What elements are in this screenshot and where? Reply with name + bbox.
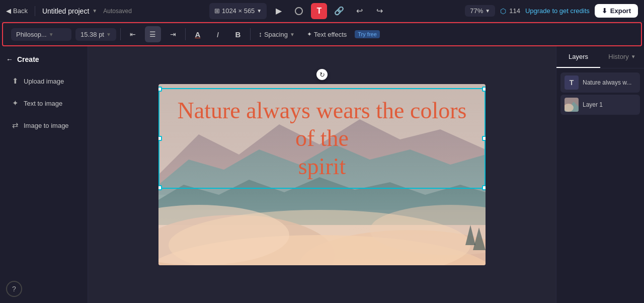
bold-icon: B xyxy=(235,30,240,39)
right-panel: Layers History ▼ T Nature always w... xyxy=(556,46,644,303)
rotate-icon: ↻ xyxy=(319,71,325,79)
sidebar-item-upload-image[interactable]: ⬆ Upload image xyxy=(6,71,82,91)
text-effects-icon: ✦ xyxy=(307,31,312,38)
canvas-area[interactable]: ↻ xyxy=(88,46,556,303)
layers-tab-label: Layers xyxy=(569,53,588,60)
resize-handle-middle-left[interactable] xyxy=(158,136,162,141)
pointer-tool-button[interactable]: ▶ xyxy=(271,3,287,19)
right-panel-header: Layers History ▼ xyxy=(556,46,644,68)
text-color-a-label: A xyxy=(195,30,200,39)
toolbar-sep-1 xyxy=(120,28,121,40)
text-effects-button[interactable]: ✦ Text effects xyxy=(303,29,351,40)
text-tool-icon: T xyxy=(316,7,321,16)
layer-item-text[interactable]: T Nature always w... xyxy=(560,72,640,93)
back-button[interactable]: ◀ Back xyxy=(6,7,28,15)
title-chevron-icon[interactable]: ▼ xyxy=(92,8,97,14)
upload-image-label: Upload image xyxy=(24,78,64,85)
text-tool-button[interactable]: T xyxy=(311,3,327,19)
canvas-size-label: 1024 × 565 xyxy=(222,7,255,15)
tab-layers[interactable]: Layers xyxy=(556,46,600,68)
canvas-icon: ⊞ xyxy=(214,7,220,15)
upgrade-button[interactable]: Upgrade to get credits xyxy=(525,7,590,15)
bold-button[interactable]: B xyxy=(230,26,246,42)
spacing-button[interactable]: ↕ Spacing ▼ xyxy=(255,28,299,40)
font-size-chevron-icon: ▼ xyxy=(106,32,111,37)
undo-button[interactable]: ↩ xyxy=(351,3,367,19)
text-to-image-label: Text to image xyxy=(24,100,62,107)
resize-handle-middle-right[interactable] xyxy=(482,136,486,141)
canvas-size-chevron: ▼ xyxy=(257,8,262,14)
text-color-button[interactable]: A xyxy=(190,26,206,42)
spacing-label: Spacing xyxy=(264,31,288,38)
spacing-icon: ↕ xyxy=(259,30,262,38)
align-center-button[interactable]: ☰ xyxy=(145,26,161,42)
layer-text-name: Nature always w... xyxy=(583,79,631,86)
text-effects-label: Text effects xyxy=(314,31,347,38)
autosave-status: Autosaved xyxy=(103,8,132,15)
history-tab-label: History xyxy=(608,53,628,60)
canvas-wrapper: ↻ xyxy=(158,84,486,265)
sidebar: ← Create ⬆ Upload image ✦ Text to image … xyxy=(0,46,88,303)
toolbar-sep-2 xyxy=(185,28,186,40)
help-button[interactable]: ? xyxy=(6,281,22,297)
project-title[interactable]: Untitled project xyxy=(42,7,89,15)
image-to-image-label: Image to image xyxy=(24,122,69,129)
canvas-text-line2: spirit xyxy=(298,154,346,179)
pointer-icon: ▶ xyxy=(276,6,282,16)
link-tool-button[interactable]: 🔗 xyxy=(331,3,347,19)
italic-icon: I xyxy=(217,30,219,39)
resize-handle-top-right[interactable] xyxy=(482,87,486,92)
back-arrow-icon: ◀ xyxy=(6,7,11,15)
download-icon: ⬇ xyxy=(602,7,607,15)
canvas-image: Nature always wears the colors of the sp… xyxy=(158,84,486,265)
canvas-size-button[interactable]: ⊞ 1024 × 565 ▼ xyxy=(209,3,267,19)
credits-area: ⬡ 114 xyxy=(500,7,520,15)
toolbar-sep-3 xyxy=(250,28,251,40)
project-title-area: Untitled project ▼ Autosaved xyxy=(42,7,132,15)
credits-count: 114 xyxy=(509,7,520,15)
layers-list: T Nature always w... Layer 1 xyxy=(556,68,644,119)
try-free-badge[interactable]: Try free xyxy=(355,30,380,38)
sidebar-create-label: Create xyxy=(17,55,39,63)
upload-icon: ⬆ xyxy=(12,77,19,86)
sidebar-header: ← Create xyxy=(6,52,82,68)
redo-button[interactable]: ↪ xyxy=(371,3,387,19)
spacing-chevron-icon: ▼ xyxy=(290,32,295,37)
create-arrow-icon: ← xyxy=(6,55,13,63)
image-to-image-icon: ⇄ xyxy=(12,121,19,130)
back-label: Back xyxy=(13,7,28,15)
resize-handle-bottom-right[interactable] xyxy=(482,185,486,190)
zoom-chevron-icon: ▼ xyxy=(485,8,490,14)
nav-center-tools: ⊞ 1024 × 565 ▼ ▶ T 🔗 ↩ ↪ xyxy=(137,3,460,19)
zoom-level: 77% xyxy=(470,7,483,15)
resize-handle-bottom-left[interactable] xyxy=(158,185,162,190)
try-free-label: Try free xyxy=(358,31,377,37)
align-left-button[interactable]: ⇤ xyxy=(125,26,141,42)
rotate-handle[interactable]: ↻ xyxy=(316,69,328,80)
export-label: Export xyxy=(610,7,631,15)
font-size-value: 15.38 pt xyxy=(80,31,104,38)
link-icon: 🔗 xyxy=(334,6,344,16)
font-size-control[interactable]: 15.38 pt ▼ xyxy=(75,28,116,41)
align-left-icon: ⇤ xyxy=(130,30,136,38)
resize-handle-top-left[interactable] xyxy=(158,87,162,92)
layer-text-icon: T xyxy=(565,75,579,90)
align-right-icon: ⇥ xyxy=(170,30,176,38)
sidebar-item-image-to-image[interactable]: ⇄ Image to image xyxy=(6,116,82,135)
zoom-control[interactable]: 77% ▼ xyxy=(465,5,495,17)
tab-history[interactable]: History ▼ xyxy=(600,46,644,68)
shape-tool-button[interactable] xyxy=(291,3,307,19)
text-to-image-icon: ✦ xyxy=(12,99,19,108)
help-icon: ? xyxy=(12,285,16,293)
undo-icon: ↩ xyxy=(356,6,363,16)
text-overlay-box[interactable]: Nature always wears the colors of the sp… xyxy=(158,88,486,189)
align-right-button[interactable]: ⇥ xyxy=(165,26,181,42)
export-button[interactable]: ⬇ Export xyxy=(595,4,638,18)
align-center-icon: ☰ xyxy=(149,30,156,38)
sidebar-item-text-to-image[interactable]: ✦ Text to image xyxy=(6,94,82,113)
text-toolbar: Philosop... ▼ 15.38 pt ▼ ⇤ ☰ ⇥ A I B ↕ S… xyxy=(2,22,642,46)
layer-item-image[interactable]: Layer 1 xyxy=(560,95,640,115)
font-selector[interactable]: Philosop... ▼ xyxy=(11,28,71,41)
font-chevron-icon: ▼ xyxy=(49,32,54,37)
italic-button[interactable]: I xyxy=(210,26,226,42)
